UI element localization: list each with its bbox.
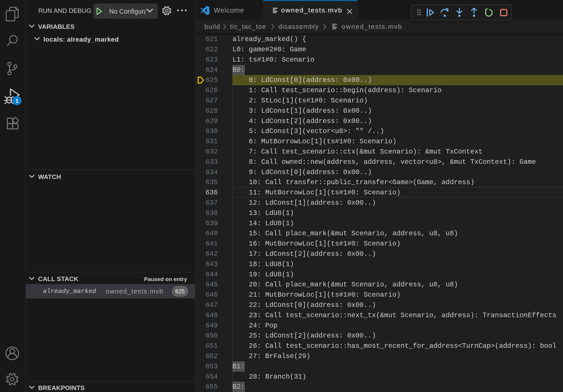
svg-text:1: 1 (15, 97, 19, 104)
